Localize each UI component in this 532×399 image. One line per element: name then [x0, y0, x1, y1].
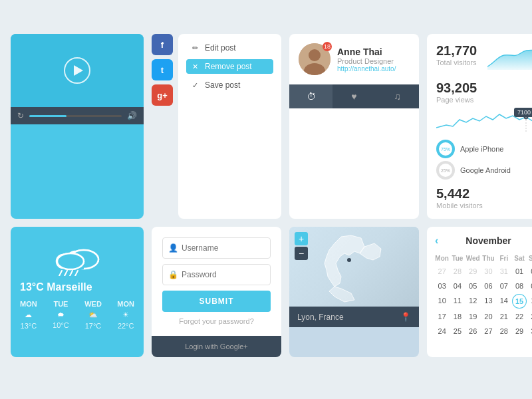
cal-day[interactable]: 25	[450, 325, 464, 338]
forecast-mon1: MON ☁ 13°C	[20, 300, 37, 330]
cal-day[interactable]: 27	[435, 265, 449, 278]
cal-day[interactable]: 06	[481, 279, 495, 293]
zoom-in-button[interactable]: +	[295, 232, 308, 245]
weather-icon-area	[20, 236, 134, 276]
cal-day[interactable]: 24	[435, 325, 449, 338]
pageviews-count: 93,205	[436, 80, 532, 96]
mobile-count: 5,442	[436, 186, 532, 201]
pageviews-stat: 93,205 Page views 7100	[436, 80, 532, 133]
tab-heart[interactable]: ♥	[332, 84, 376, 108]
cal-header-fri: Fri	[497, 253, 511, 263]
map-svg	[301, 230, 408, 303]
location-icon: 📍	[400, 312, 411, 322]
cal-day[interactable]: 23	[528, 310, 532, 323]
password-input[interactable]	[162, 264, 271, 285]
remove-post-item[interactable]: ✕ Remove post	[186, 59, 273, 74]
cal-day[interactable]: 10	[435, 294, 449, 309]
remove-icon: ✕	[190, 63, 200, 71]
cal-day[interactable]: 17	[435, 310, 449, 323]
progress-bar[interactable]	[29, 115, 122, 117]
profile-name: Anne Thai	[337, 47, 396, 57]
cal-day[interactable]: 02	[528, 265, 532, 278]
mobile-stat: 75% Apple iPhone 25% Google Android	[436, 140, 532, 180]
weather-forecast: MON ☁ 13°C TUE 🌧 10°C WED ⛅ 17°C MON ☀ 2…	[20, 300, 134, 330]
volume-icon[interactable]: 🔊	[127, 111, 137, 120]
cal-day-today[interactable]: 15	[512, 294, 526, 309]
submit-button[interactable]: SUBMIT	[162, 291, 271, 312]
cal-day[interactable]: 21	[497, 310, 511, 323]
forgot-password-link[interactable]: Forgot your password?	[162, 317, 271, 325]
forecast-mon2: MON ☀ 22°C	[117, 300, 134, 330]
profile-card: 18 Anne Thai Product Designer http://ann…	[289, 34, 419, 219]
save-post-item[interactable]: ✓ Save post	[186, 78, 273, 92]
cal-day[interactable]: 05	[466, 279, 480, 293]
social-buttons: f t g+	[152, 34, 173, 219]
android-label: Google Android	[460, 166, 511, 174]
cal-day[interactable]: 30	[481, 265, 495, 278]
calendar-prev-button[interactable]: ‹	[435, 235, 438, 247]
cal-header-tue: Tue	[450, 253, 464, 263]
map-controls: + −	[295, 232, 308, 260]
cal-day[interactable]: 04	[450, 279, 464, 293]
cal-day[interactable]: 29	[466, 265, 480, 278]
iphone-donut: 75%	[436, 140, 455, 158]
cal-day[interactable]: 07	[497, 279, 511, 293]
pageviews-chart: 7100	[436, 106, 532, 133]
twitter-button[interactable]: t	[152, 59, 173, 80]
username-wrap: 👤	[162, 237, 271, 259]
cal-day[interactable]: 01	[512, 265, 526, 278]
progress-fill	[29, 115, 66, 117]
cal-day[interactable]: 27	[481, 325, 495, 338]
cal-day[interactable]: 29	[512, 325, 526, 338]
repeat-icon[interactable]: ↻	[17, 111, 24, 120]
google-plus-button[interactable]: g+	[152, 84, 173, 106]
tab-music[interactable]: ♫	[376, 84, 419, 108]
calendar-card: ‹ November › Mon Tue Wed Thu Fri Sat Sun…	[427, 227, 532, 357]
login-card: 👤 🔒 SUBMIT Forgot your password? Login w…	[152, 227, 281, 357]
password-wrap: 🔒	[162, 264, 271, 285]
calendar-month-title: November	[466, 235, 511, 246]
cal-day[interactable]: 30	[528, 325, 532, 338]
cal-day[interactable]: 14	[497, 294, 511, 309]
cal-day[interactable]: 26	[466, 325, 480, 338]
cal-header-sun: Sun	[528, 253, 532, 263]
svg-line-15	[70, 271, 72, 276]
forecast-tue: TUE 🌧 10°C	[53, 300, 69, 330]
cal-header-mon: Mon	[435, 253, 449, 263]
cal-day[interactable]: 09	[528, 279, 532, 293]
cal-day[interactable]: 28	[497, 325, 511, 338]
cal-day[interactable]: 28	[450, 265, 464, 278]
cal-day[interactable]: 12	[466, 294, 480, 309]
cal-day[interactable]: 19	[466, 310, 480, 323]
edit-post-item[interactable]: ✏ Edit post	[186, 41, 273, 55]
video-player: ↻ 🔊	[11, 34, 144, 219]
svg-point-1	[309, 49, 321, 61]
map-footer: Lyon, France 📍	[289, 307, 419, 327]
cal-day[interactable]: 11	[450, 294, 464, 309]
pageviews-label: Page views	[436, 96, 532, 104]
cal-day[interactable]: 16	[528, 294, 532, 309]
weather-city: Marseille	[47, 281, 92, 293]
play-button[interactable]	[64, 57, 90, 84]
map-location-label: Lyon, France	[297, 313, 344, 322]
google-login-button[interactable]: Login with Google+	[152, 336, 281, 357]
cal-day[interactable]: 31	[497, 265, 511, 278]
facebook-button[interactable]: f	[152, 34, 173, 55]
zoom-out-button[interactable]: −	[295, 247, 308, 260]
cal-header-wed: Wed	[466, 253, 480, 263]
cal-header-thu: Thu	[481, 253, 495, 263]
cal-day[interactable]: 03	[435, 279, 449, 293]
cal-day[interactable]: 22	[512, 310, 526, 323]
iphone-label: Apple iPhone	[460, 145, 503, 153]
cal-header-sat: Sat	[512, 253, 526, 263]
cal-day[interactable]: 18	[450, 310, 464, 323]
cal-day[interactable]: 08	[512, 279, 526, 293]
user-icon: 👤	[168, 243, 178, 253]
tab-clock[interactable]: ⏱	[289, 84, 332, 108]
cal-day[interactable]: 20	[481, 310, 495, 323]
cal-day[interactable]: 13	[481, 294, 495, 309]
visitors-label: Total visitors	[436, 59, 477, 66]
profile-link[interactable]: http://annethai.auto/	[337, 65, 396, 72]
map-marker	[347, 258, 351, 262]
username-input[interactable]	[162, 237, 271, 259]
